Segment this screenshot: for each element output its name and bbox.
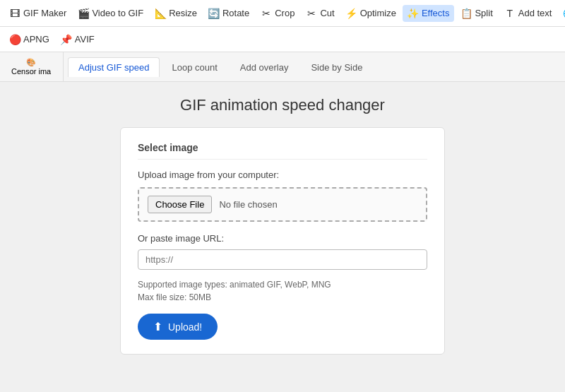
upload-button[interactable]: ⬆ Upload!: [138, 314, 218, 340]
tab-add-overlay[interactable]: Add overlay: [230, 57, 299, 77]
apng-icon: 🔴: [9, 34, 20, 45]
nav-webp[interactable]: 🌐 WebP: [558, 5, 565, 22]
upload-label: Upload image from your computer:: [138, 170, 427, 180]
no-file-text: No file chosen: [219, 199, 277, 210]
nav-cut[interactable]: ✂ Cut: [301, 5, 339, 22]
censor-image-item[interactable]: 🎨 Censor ima: [7, 55, 55, 78]
file-input-row: Choose File No file chosen: [138, 187, 427, 222]
nav-apng[interactable]: 🔴 APNG: [4, 31, 54, 48]
nav-effects[interactable]: ✨ Effects: [403, 5, 455, 22]
max-size-text: Max file size: 50MB: [138, 292, 427, 302]
tab-side-by-side[interactable]: Side by Side: [300, 57, 373, 77]
cut-icon: ✂: [306, 8, 317, 19]
optimize-icon: ⚡: [346, 8, 357, 19]
rotate-icon: 🔄: [208, 8, 220, 19]
nav-split[interactable]: 📋 Split: [456, 5, 497, 22]
tab-loop-count[interactable]: Loop count: [161, 57, 227, 77]
effects-icon: ✨: [408, 8, 419, 19]
support-text: Supported image types: animated GIF, Web…: [138, 280, 427, 290]
nav-crop[interactable]: ✂ Crop: [256, 5, 299, 22]
effects-sidebar: 🎨 Censor ima: [0, 52, 64, 81]
avif-icon: 📌: [61, 34, 72, 45]
resize-icon: 📐: [155, 8, 166, 19]
nav-rotate[interactable]: 🔄 Rotate: [203, 5, 254, 22]
choose-file-button[interactable]: Choose File: [148, 196, 212, 213]
url-label: Or paste image URL:: [138, 233, 427, 244]
page-title: GIF animation speed changer: [180, 96, 385, 114]
second-nav: 🔴 APNG 📌 AVIF: [0, 27, 565, 52]
section-label: Select image: [138, 142, 427, 160]
nav-add-text[interactable]: T Add text: [499, 5, 557, 22]
upload-card: Select image Upload image from your comp…: [120, 127, 445, 355]
add-text-icon: T: [504, 8, 516, 19]
main-content: GIF animation speed changer Select image…: [0, 82, 565, 369]
sub-tabs: Adjust GIF speed Loop count Add overlay …: [64, 52, 565, 81]
nav-video-to-gif[interactable]: 🎬 Video to GIF: [73, 5, 148, 22]
gif-maker-icon: 🎞: [9, 8, 20, 19]
upload-icon: ⬆: [153, 320, 162, 333]
nav-gif-maker[interactable]: 🎞 GIF Maker: [4, 5, 71, 22]
nav-optimize[interactable]: ⚡ Optimize: [341, 5, 401, 22]
effects-panel: 🎨 Censor ima Adjust GIF speed Loop count…: [0, 52, 565, 82]
tab-adjust-gif-speed[interactable]: Adjust GIF speed: [68, 57, 160, 77]
top-nav: 🎞 GIF Maker 🎬 Video to GIF 📐 Resize 🔄 Ro…: [0, 0, 565, 27]
nav-resize[interactable]: 📐 Resize: [150, 5, 202, 22]
split-icon: 📋: [460, 8, 472, 19]
crop-icon: ✂: [261, 8, 272, 19]
censor-icon: 🎨: [26, 58, 36, 67]
video-to-gif-icon: 🎬: [78, 8, 89, 19]
url-input[interactable]: [138, 249, 427, 270]
nav-avif[interactable]: 📌 AVIF: [56, 31, 100, 48]
